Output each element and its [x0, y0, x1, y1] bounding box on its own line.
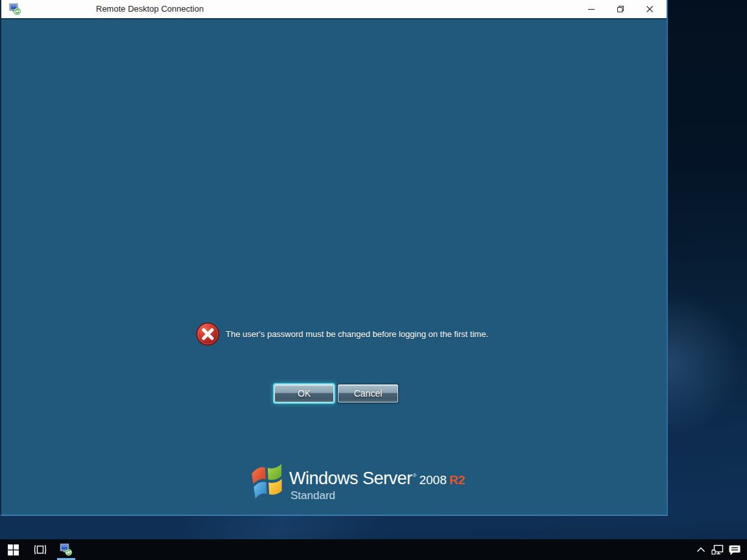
- minimize-icon: [587, 5, 595, 13]
- taskbar: [0, 539, 747, 560]
- action-center-icon: [729, 544, 741, 555]
- minimize-button[interactable]: [576, 0, 606, 18]
- error-message-row: The user's password must be changed befo…: [196, 322, 488, 346]
- error-icon: [196, 322, 220, 346]
- brand-text: Windows Server ® 2008 R2 Standard: [289, 469, 465, 502]
- error-message: The user's password must be changed befo…: [226, 329, 488, 339]
- window-title: Remote Desktop Connection: [96, 4, 204, 14]
- brand-version: 2008: [419, 473, 446, 487]
- brand-product: Windows Server: [289, 469, 412, 489]
- task-view-button[interactable]: [29, 539, 52, 560]
- rdp-session-content: The user's password must be changed befo…: [1, 18, 667, 515]
- tray-action-center-button[interactable]: [726, 539, 743, 560]
- tray-show-hidden-button[interactable]: [693, 539, 709, 560]
- windows-flag-icon: [247, 461, 289, 501]
- titlebar: Remote Desktop Connection: [1, 0, 667, 18]
- brand-edition: Standard: [290, 489, 465, 502]
- brand-registered-mark: ®: [413, 472, 417, 478]
- cancel-button[interactable]: Cancel: [338, 384, 398, 402]
- system-tray: [693, 539, 747, 560]
- close-icon: [646, 5, 654, 13]
- taskbar-rdp-app-button[interactable]: [54, 539, 78, 560]
- window-controls: [576, 0, 664, 18]
- start-button[interactable]: [0, 539, 26, 560]
- ok-button[interactable]: OK: [274, 384, 334, 402]
- brand-release: R2: [449, 473, 465, 487]
- network-icon: [711, 544, 724, 555]
- restore-button[interactable]: [606, 0, 635, 18]
- windows-server-logo: Windows Server ® 2008 R2 Standard: [249, 463, 465, 502]
- windows-start-icon: [8, 544, 19, 555]
- rdp-app-icon: [60, 543, 73, 556]
- close-button[interactable]: [635, 0, 664, 18]
- tray-network-button[interactable]: [709, 539, 726, 560]
- rdp-window: Remote Desktop Connection: [0, 0, 668, 516]
- desktop: Remote Desktop Connection: [0, 0, 747, 560]
- rdp-connection-icon: [9, 3, 21, 15]
- task-view-icon: [33, 544, 47, 555]
- restore-icon: [617, 5, 624, 13]
- chevron-up-icon: [696, 547, 706, 553]
